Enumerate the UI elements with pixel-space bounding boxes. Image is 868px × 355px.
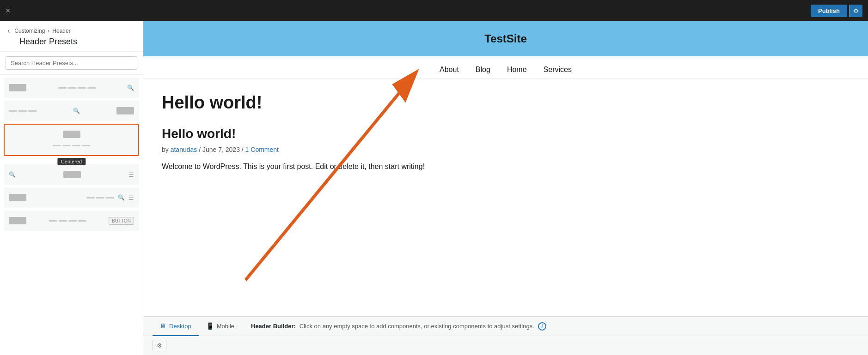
- back-button[interactable]: ‹: [7, 27, 12, 35]
- site-content: Hello world! Hello world! by atanudas / …: [143, 79, 868, 187]
- button-placeholder: BUTTON: [109, 217, 134, 225]
- close-button[interactable]: ×: [6, 6, 11, 15]
- mobile-icon: 📱: [206, 322, 214, 330]
- bottom-bar: 🖥 Desktop 📱 Mobile Header Builder: Click…: [143, 316, 868, 355]
- nav-home[interactable]: Home: [507, 66, 527, 74]
- post-date: June 7, 2023: [202, 146, 240, 153]
- sidebar-header: ‹ Customizing › Header Header Presets: [0, 21, 143, 52]
- tab-desktop[interactable]: 🖥 Desktop: [153, 317, 199, 336]
- preset-item-2[interactable]: 🔍: [4, 101, 139, 121]
- site-nav: About Blog Home Services: [143, 56, 868, 79]
- post-meta: by atanudas / June 7, 2023 / 1 Comment: [162, 146, 850, 153]
- bottom-builder-area: ⚙: [143, 336, 868, 355]
- top-bar-left: ×: [6, 6, 11, 15]
- preset-item-6[interactable]: BUTTON: [4, 211, 139, 231]
- desktop-icon: 🖥: [160, 322, 166, 330]
- post-title-large: Hello world!: [162, 93, 850, 113]
- preview-pane: TestSite About Blog Home Services Hello …: [143, 21, 868, 355]
- search-icon-4: 🔍: [118, 194, 125, 201]
- post-title: Hello world!: [162, 126, 850, 141]
- breadcrumb-row: ‹ Customizing › Header: [7, 27, 135, 35]
- preset-item-4[interactable]: 🔍 ☰: [4, 164, 139, 185]
- site-header-bar: TestSite: [143, 21, 868, 56]
- menu-icon-2: ☰: [128, 194, 134, 201]
- main-layout: ‹ Customizing › Header Header Presets 🔍: [0, 21, 868, 355]
- breadcrumb-customizing: Customizing: [14, 28, 45, 34]
- preset-item-5[interactable]: 🔍 ☰: [4, 187, 139, 208]
- post-body: Welcome to WordPress. This is your first…: [162, 161, 850, 173]
- builder-gear-button[interactable]: ⚙: [153, 340, 166, 351]
- header-builder-label: Header Builder:: [251, 323, 296, 330]
- search-input[interactable]: [6, 56, 137, 70]
- bottom-tabs: 🖥 Desktop 📱 Mobile Header Builder: Click…: [143, 317, 868, 336]
- top-bar: × Publish ⚙: [0, 0, 868, 21]
- sidebar-title: Header Presets: [7, 37, 135, 47]
- publish-button[interactable]: Publish: [811, 5, 847, 17]
- info-icon: i: [538, 322, 546, 331]
- header-builder-desc: Click on any empty space to add componen…: [300, 323, 534, 330]
- site-preview: TestSite About Blog Home Services Hello …: [143, 21, 868, 316]
- menu-icon: ☰: [128, 171, 134, 178]
- post-by: by: [162, 146, 169, 153]
- nav-about[interactable]: About: [440, 66, 459, 74]
- preset-item-1[interactable]: 🔍: [4, 78, 139, 98]
- publish-area: Publish ⚙: [811, 5, 862, 17]
- search-icon-3: 🔍: [9, 171, 16, 178]
- tab-mobile[interactable]: 📱 Mobile: [199, 317, 242, 336]
- preset-list: 🔍 🔍: [0, 75, 143, 355]
- search-icon: 🔍: [127, 84, 134, 91]
- post-comment[interactable]: 1 Comment: [245, 146, 279, 153]
- header-builder-info: Header Builder: Click on any empty space…: [242, 322, 859, 331]
- post-author[interactable]: atanudas: [171, 146, 197, 153]
- breadcrumb-separator: ›: [48, 28, 49, 34]
- breadcrumb-current: Header: [52, 28, 70, 34]
- search-icon-2: 🔍: [73, 108, 80, 114]
- site-title: TestSite: [484, 32, 527, 45]
- preset-item-3[interactable]: Centered: [4, 124, 139, 156]
- publish-settings-button[interactable]: ⚙: [849, 5, 862, 17]
- sidebar: ‹ Customizing › Header Header Presets 🔍: [0, 21, 143, 355]
- sidebar-search-area: [0, 52, 143, 75]
- nav-blog[interactable]: Blog: [476, 66, 490, 74]
- nav-services[interactable]: Services: [544, 66, 572, 74]
